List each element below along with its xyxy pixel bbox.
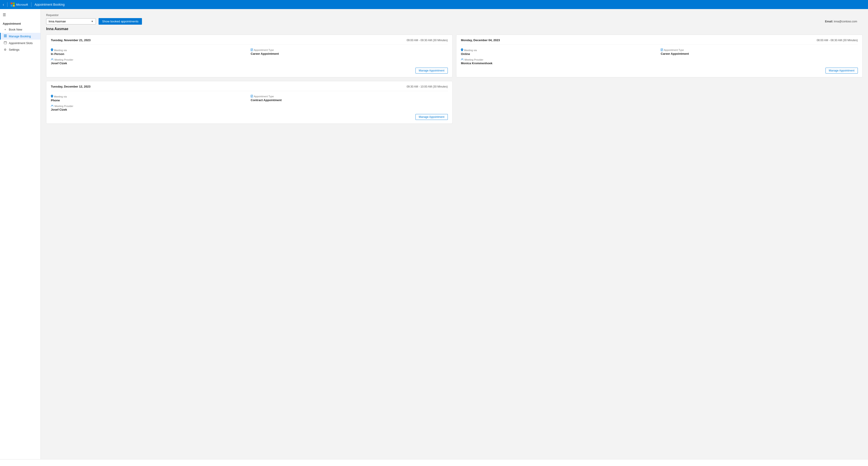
card-1-meeting-via-value: In Person — [51, 52, 248, 56]
sidebar-item-appointment-slots[interactable]: Appointment Slots — [0, 39, 40, 47]
app-title: Appointment Booking — [35, 3, 65, 6]
card-2-appt-type-field: Appointment Type Career Appointment — [661, 49, 858, 56]
card-3-appt-type-label: Appointment Type — [251, 95, 448, 98]
ms-sq-blue — [11, 5, 12, 6]
sidebar-item-book-new[interactable]: + Book New — [0, 26, 40, 33]
card-1-provider-value: Josef Cizek — [51, 61, 248, 65]
document-icon — [251, 49, 253, 52]
card-3-meeting-via-label: Meeting via — [51, 95, 248, 98]
location-icon-2 — [461, 49, 463, 52]
calendar-icon — [3, 41, 7, 45]
card-2-date: Monday, December 04, 2023 — [461, 38, 500, 42]
ms-sq-yellow — [13, 5, 15, 6]
email-label: Email: — [825, 20, 833, 23]
card-1-meeting-via-label: Meeting via — [51, 49, 248, 52]
bottom-bar — [0, 459, 868, 466]
sidebar-item-settings[interactable]: ⚙ Settings — [0, 47, 40, 53]
card-2-provider-value: Monica Krommenhoek — [461, 61, 658, 65]
card-1-provider-label: Meeting Provider — [51, 58, 248, 61]
sidebar-label-appointment-slots: Appointment Slots — [9, 41, 33, 45]
svg-rect-2 — [4, 37, 7, 37]
requestor-dropdown[interactable]: Inna Aasmae ▼ — [46, 18, 96, 24]
card-1-footer: Manage Appointment — [51, 68, 448, 74]
card-3-header: Tuesday, December 12, 2023 09:30 AM - 10… — [51, 85, 448, 91]
appointment-card-2: Monday, December 04, 2023 08:00 AM - 08:… — [456, 35, 863, 77]
topbar-divider — [7, 2, 7, 7]
card-1-appt-type-value: Career Appointment — [251, 52, 448, 55]
sidebar-label-settings: Settings — [9, 48, 20, 51]
card-3-body: Meeting via Phone — [51, 95, 448, 111]
main-content: Requestor Inna Aasmae ▼ Show booked appo… — [41, 9, 868, 466]
card-3-provider-field: Meeting Provider Josef Cizek — [51, 105, 248, 111]
card-2-meeting-via-label: Meeting via — [461, 49, 658, 52]
card-3-meeting-via-value: Phone — [51, 99, 248, 102]
ms-label: Microsoft — [16, 3, 28, 6]
card-2-meeting-via-value: Online — [461, 52, 658, 56]
gear-icon: ⚙ — [3, 48, 7, 51]
card-2-meeting-via-field: Meeting via Online — [461, 49, 658, 56]
card-2-appt-type-label: Appointment Type — [661, 49, 858, 52]
card-3-appt-type-field: Appointment Type Contract Appointment — [251, 95, 448, 102]
plus-icon: + — [3, 28, 7, 31]
svg-rect-0 — [4, 35, 7, 35]
chevron-down-icon: ▼ — [91, 20, 93, 23]
ms-logo-squares — [11, 2, 15, 6]
requestor-label: Requestor — [46, 13, 863, 17]
people-icon-2 — [461, 58, 464, 61]
sidebar: ☰ Appointment + Book New Manage Booking — [0, 9, 41, 466]
card-2-provider-label: Meeting Provider — [461, 58, 658, 61]
microsoft-logo: Microsoft — [11, 2, 28, 6]
card-1-provider-field: Meeting Provider Josef Cizek — [51, 58, 248, 65]
sidebar-section-title: Appointment — [0, 21, 40, 26]
card-2-provider-field: Meeting Provider Monica Krommenhoek — [461, 58, 658, 65]
email-value: inna@contoso.com — [834, 20, 857, 23]
card-2-body: Meeting via Online — [461, 49, 858, 65]
svg-point-17 — [462, 59, 463, 59]
ms-sq-red — [11, 2, 12, 4]
card-1-appt-type-label: Appointment Type — [251, 49, 448, 52]
show-booked-button[interactable]: Show booked appointments — [98, 18, 142, 25]
card-3-date: Tuesday, December 12, 2023 — [51, 85, 90, 88]
svg-rect-3 — [4, 41, 6, 44]
svg-point-11 — [52, 59, 53, 59]
svg-point-12 — [53, 59, 53, 59]
appointments-grid: Tuesday, November 21, 2023 09:00 AM - 09… — [46, 35, 863, 124]
appointment-card-3: Tuesday, December 12, 2023 09:30 AM - 10… — [46, 81, 453, 124]
requestor-name-display: Inna Aasmae — [46, 27, 863, 31]
svg-rect-1 — [4, 36, 7, 36]
card-3-time: 09:30 AM - 10:00 AM (30 Minutes) — [407, 85, 448, 88]
topbar: ‹ Microsoft Appointment Booking — [0, 0, 868, 9]
card-2-header: Monday, December 04, 2023 08:00 AM - 08:… — [461, 38, 858, 45]
card-1-body: Meeting via In Person — [51, 49, 448, 65]
card-2-appt-type-value: Career Appointment — [661, 52, 858, 55]
manage-appointment-button-2[interactable]: Manage Appointment — [826, 68, 858, 74]
card-3-meeting-via-field: Meeting via Phone — [51, 95, 248, 102]
card-3-footer: Manage Appointment — [51, 114, 448, 120]
list-icon — [3, 34, 7, 38]
document-icon-2 — [661, 49, 663, 52]
location-icon — [51, 49, 53, 52]
card-1-meeting-via-field: Meeting via In Person — [51, 49, 248, 56]
sidebar-label-book-new: Book New — [9, 28, 22, 31]
card-1-appt-type-field: Appointment Type Career Appointment — [251, 49, 448, 56]
card-3-provider-label: Meeting Provider — [51, 105, 248, 108]
manage-appointment-button-1[interactable]: Manage Appointment — [415, 68, 448, 74]
manage-appointment-button-3[interactable]: Manage Appointment — [415, 114, 448, 120]
ms-sq-green — [13, 2, 15, 4]
email-info: Email: inna@contoso.com — [825, 20, 857, 23]
appointment-card-1: Tuesday, November 21, 2023 09:00 AM - 09… — [46, 35, 453, 77]
card-2-time: 08:00 AM - 08:30 AM (30 Minutes) — [817, 39, 858, 42]
card-1-date: Tuesday, November 21, 2023 — [51, 38, 91, 42]
document-icon-3 — [251, 95, 253, 98]
svg-point-18 — [463, 59, 463, 59]
requestor-row: Inna Aasmae ▼ Show booked appointments E… — [46, 18, 863, 25]
card-3-appt-type-value: Contract Appointment — [251, 98, 448, 102]
people-icon-3 — [51, 105, 54, 108]
card-2-footer: Manage Appointment — [461, 68, 858, 74]
sidebar-item-manage-booking[interactable]: Manage Booking — [0, 33, 40, 39]
card-1-header: Tuesday, November 21, 2023 09:00 AM - 09… — [51, 38, 448, 45]
back-button[interactable]: ‹ — [3, 2, 4, 7]
svg-point-24 — [53, 105, 53, 106]
hamburger-button[interactable]: ☰ — [0, 11, 40, 19]
requestor-select-value: Inna Aasmae — [49, 20, 66, 23]
